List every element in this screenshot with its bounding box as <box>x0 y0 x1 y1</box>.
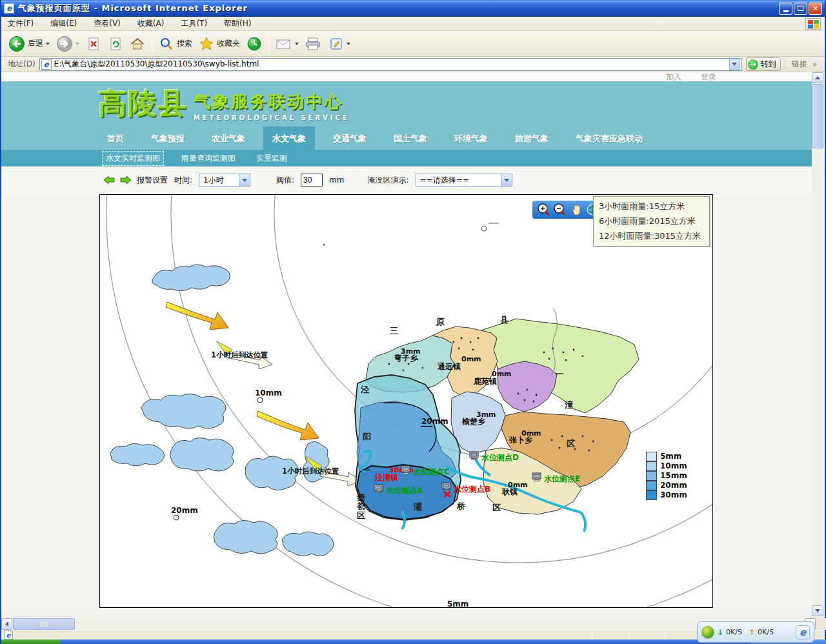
flood-demo-value: ==请选择== <box>416 175 473 186</box>
mail-button[interactable] <box>272 34 302 54</box>
ie-glyph: e <box>800 627 806 638</box>
nav-tab-forecast[interactable]: 气象预报 <box>142 126 194 150</box>
scroll-down-button[interactable] <box>812 605 823 616</box>
stop-button[interactable] <box>83 34 105 54</box>
vertical-scroll-thumb[interactable] <box>812 84 823 148</box>
upload-speed: 0K/S <box>758 628 774 636</box>
station-d-label[interactable]: 水位测点D <box>481 453 519 462</box>
network-speed-widget[interactable]: ↓ 0K/S ↑ 0K/S e <box>697 621 814 643</box>
back-button[interactable]: 后退 <box>5 34 53 54</box>
home-button[interactable] <box>126 34 148 54</box>
scroll-left-button[interactable] <box>1 618 12 630</box>
close-button[interactable]: ✕ <box>809 3 822 15</box>
security-ball-icon <box>701 626 714 639</box>
edit-button[interactable] <box>325 34 354 54</box>
pan-hand-icon[interactable] <box>569 203 583 217</box>
threshold-input[interactable] <box>301 174 323 186</box>
nav-tab-environment[interactable]: 环境气象 <box>445 126 497 150</box>
svg-text:0mm: 0mm <box>461 355 481 363</box>
threshold-unit: mm <box>329 176 344 185</box>
chevron-down-icon <box>504 179 509 182</box>
favorites-button[interactable]: 收藏夹 <box>196 34 243 54</box>
subnav-rain-query[interactable]: 雨量查询监测图 <box>178 152 239 165</box>
nav-tab-hydrology[interactable]: 水文气象 <box>263 126 315 150</box>
status-divider <box>592 632 592 639</box>
forward-dropdown-icon[interactable] <box>76 43 79 45</box>
station-b-label[interactable]: 水位测点B <box>453 485 490 494</box>
subnav-realtime-monitor[interactable]: 水文实时监测图 <box>102 151 164 166</box>
time-select-arrow[interactable] <box>239 174 250 186</box>
zoom-in-icon[interactable] <box>536 203 550 217</box>
restore-button[interactable] <box>794 3 807 15</box>
horizontal-scroll-thumb[interactable] <box>13 618 75 630</box>
time-select[interactable]: 1小时 <box>199 174 250 186</box>
refresh-button[interactable] <box>105 34 126 54</box>
svg-text:泾渭镇: 泾渭镇 <box>374 473 398 482</box>
alarm-settings-label: 报警设置 <box>137 175 168 186</box>
svg-text:灞: 灞 <box>413 502 422 512</box>
ie-window: e 气象预报页面原型 - Microsoft Internet Explorer… <box>0 0 826 644</box>
rain-summary-12h: 12小时面雨量:3015立方米 <box>599 230 704 242</box>
district-luyuanzhen[interactable] <box>498 361 557 412</box>
join-link[interactable]: 加入 <box>666 72 681 83</box>
menu-edit[interactable]: 编辑(E) <box>50 18 77 29</box>
legend-swatches <box>646 452 657 500</box>
nav-tab-home[interactable]: 首页 <box>98 126 133 150</box>
subnav-live-view[interactable]: 实景监测 <box>253 152 290 165</box>
scroll-up-button[interactable] <box>812 72 823 83</box>
search-icon <box>159 36 174 52</box>
edit-dropdown-icon[interactable] <box>347 43 350 45</box>
site-header: 高陵县 气象服务联动中心 METEOROLOGICAL SERVICE <box>1 81 813 126</box>
station-e-label[interactable]: 水位测点E <box>543 474 580 483</box>
back-label: 后退 <box>28 38 43 49</box>
menu-view[interactable]: 查看(V) <box>94 18 121 29</box>
menu-file[interactable]: 文件(F) <box>8 18 34 29</box>
svg-text:20mm: 20mm <box>421 417 448 426</box>
menu-tools[interactable]: 工具(T) <box>181 18 207 29</box>
nav-tab-traffic[interactable]: 交通气象 <box>324 126 376 150</box>
nav-tab-land[interactable]: 国土气象 <box>385 126 436 150</box>
menu-favorites[interactable]: 收藏(A) <box>137 18 165 29</box>
mail-dropdown-icon[interactable] <box>295 43 299 45</box>
address-dropdown-button[interactable] <box>729 59 740 70</box>
toolbar-separator <box>268 34 269 54</box>
forward-button[interactable] <box>53 34 83 54</box>
address-input[interactable]: e E:\气象台\原型20110530\原型20110530\swyb-list… <box>39 58 742 71</box>
station-a-label[interactable]: 水位测点A <box>385 486 423 495</box>
legend-label-15mm: 15mm <box>660 471 687 481</box>
nav-tab-agriculture[interactable]: 农业气象 <box>203 126 254 150</box>
svg-text:阳: 阳 <box>363 432 371 441</box>
svg-text:区: 区 <box>567 439 575 448</box>
horizontal-scrollbar[interactable] <box>1 618 816 630</box>
ie-launcher-icon[interactable]: e <box>796 625 810 639</box>
go-button[interactable]: → 转到 <box>746 57 781 71</box>
login-link[interactable]: 登录 <box>701 72 716 83</box>
nav-tab-emergency[interactable]: 气象灾害应急联动 <box>567 126 652 150</box>
start-button[interactable] <box>1 639 61 644</box>
radar-center-marker <box>481 226 487 231</box>
title-bar[interactable]: e 气象预报页面原型 - Microsoft Internet Explorer… <box>1 0 825 17</box>
zoom-out-icon[interactable] <box>552 203 567 217</box>
nav-tab-tourism[interactable]: 旅游气象 <box>506 126 558 150</box>
search-button[interactable]: 搜索 <box>156 34 196 54</box>
flood-demo-select[interactable]: ==请选择== <box>416 174 512 186</box>
prev-arrow-icon[interactable] <box>103 175 115 185</box>
flood-select-arrow[interactable] <box>501 174 512 186</box>
vertical-scrollbar[interactable] <box>812 72 823 618</box>
ie-page-icon: e <box>4 3 14 14</box>
menu-help[interactable]: 帮助(H) <box>224 18 251 29</box>
next-arrow-icon[interactable] <box>120 175 132 185</box>
minimize-button[interactable] <box>779 3 792 15</box>
svg-text:20mm: 20mm <box>171 506 198 515</box>
back-dropdown-icon[interactable] <box>46 43 50 45</box>
print-button[interactable] <box>302 34 325 54</box>
address-page-icon: e <box>41 59 52 70</box>
links-menu[interactable]: 链接 » <box>785 59 822 70</box>
station-c-label[interactable]: 水位测点C <box>412 467 450 476</box>
station-d-icon[interactable] <box>470 452 478 459</box>
address-value[interactable]: E:\气象台\原型20110530\原型20110530\swyb-list.h… <box>54 59 259 70</box>
legend-swatch-20mm <box>646 481 657 490</box>
home-icon <box>130 36 145 52</box>
hydrology-map[interactable]: 三 原 县 泾 阳 一 潼 区 一 秦 都 区 灞 桥 区 <box>99 194 713 608</box>
history-button[interactable] <box>243 34 265 54</box>
